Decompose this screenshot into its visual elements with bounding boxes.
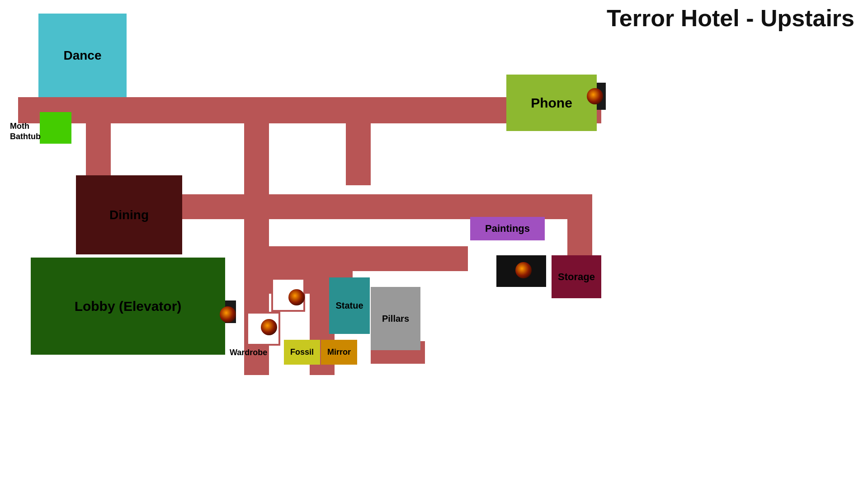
room-phone: Phone <box>506 75 597 131</box>
room-storage: Storage <box>552 255 601 298</box>
wardrobe-orb1 <box>288 289 305 305</box>
corridor-bottom-horizontal <box>244 246 468 271</box>
map-container: Terror Hotel - Upstairs Dance Moth Batht… <box>0 0 868 488</box>
room-lobby: Lobby (Elevator) <box>31 258 225 355</box>
moth-bathtub-label: Moth Bathtub <box>10 121 41 142</box>
storage-orb <box>515 262 532 278</box>
corridor-center-v1 <box>244 97 269 253</box>
room-pillars: Pillars <box>371 287 420 350</box>
wardrobe-orb2 <box>261 319 277 335</box>
corridor-right-vertical <box>567 194 592 264</box>
room-mirror: Mirror <box>321 340 357 365</box>
phone-orb <box>587 88 603 104</box>
room-paintings: Paintings <box>470 217 545 240</box>
room-dance: Dance <box>38 14 127 97</box>
room-statue: Statue <box>329 277 370 334</box>
room-dining: Dining <box>76 175 182 254</box>
lobby-orb <box>220 306 236 323</box>
room-moth <box>40 112 71 144</box>
room-fossil: Fossil <box>284 340 320 365</box>
corridor-center-v2 <box>346 97 371 185</box>
page-title: Terror Hotel - Upstairs <box>607 5 854 32</box>
corridor-mid-horizontal <box>181 194 574 219</box>
wardrobe-label: Wardrobe <box>230 348 267 357</box>
